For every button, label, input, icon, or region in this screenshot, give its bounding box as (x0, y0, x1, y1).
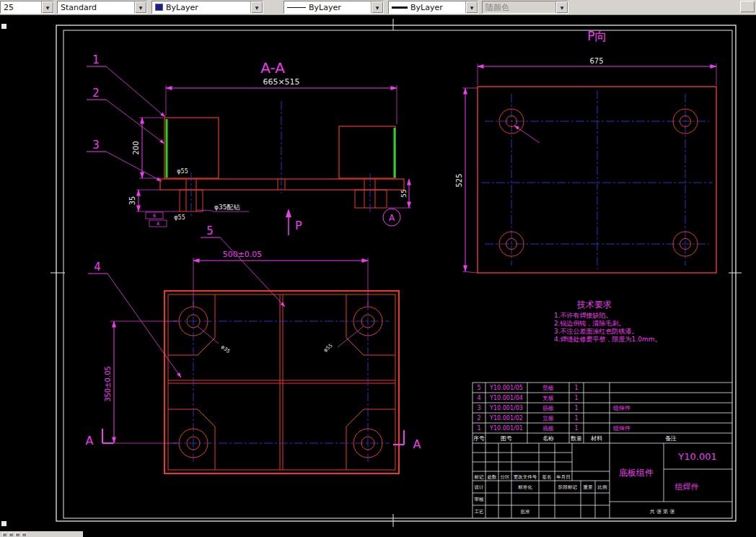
section-title: A-A (260, 59, 285, 77)
bom-name: 筋板 (542, 405, 554, 411)
dia-lower: φ55 (174, 214, 185, 221)
balloon-1: 1 (92, 53, 100, 66)
bom-header: 序号 图号 名称 数量 材料 备注 (473, 435, 677, 442)
bom-header-material: 材料 (590, 435, 602, 442)
tb-standardize-label: 标准化 (517, 484, 532, 490)
bom-row: 5 Y10.001/05 垫板 1 (477, 385, 578, 391)
title-block: 标记 处数 分区 更改文件号 签名 年月日 设计 标准化 审核 工艺 批准 阶段… (472, 443, 732, 518)
p-view-title: P向 (587, 29, 607, 43)
tb-category: 组焊件 (675, 482, 699, 492)
balloon-2: 2 (92, 87, 100, 100)
color-swatch (155, 4, 163, 11)
tb-rev-sign: 签名 (542, 474, 552, 480)
tb-rev-zone: 分区 (501, 474, 511, 480)
bom-row: 1 Y10.001/01 底板 1 组焊件 (477, 425, 630, 432)
status-icon (22, 533, 26, 536)
status-icon (15, 533, 19, 536)
balloon-5: 5 (206, 224, 214, 237)
plan-view: φ35 φ55 500±0.05 350±0.05 4 5 A A (86, 224, 421, 473)
tb-process-label: 工艺 (475, 509, 485, 515)
tb-approve-label: 批准 (521, 509, 531, 515)
dim-top: 665×515 (263, 77, 299, 87)
weld-note-a: 6 (153, 213, 156, 219)
plan-dim-width: 500±0.05 (223, 250, 263, 259)
lineweight-value: ByLayer (408, 3, 465, 12)
section-mark-left: A (86, 434, 94, 448)
chevron-down-icon[interactable]: ▼ (134, 1, 146, 13)
bom-name: 支板 (542, 395, 554, 401)
bom-row: 3 Y10.001/03 筋板 1 组焊件 (477, 405, 630, 411)
bom-row: 2 Y10.001/02 立板 1 (477, 415, 578, 422)
bom-row: 4 Y10.001/04 支板 1 (477, 395, 578, 401)
chevron-down-icon[interactable]: ▼ (465, 1, 478, 13)
dia-upper: φ55 (177, 168, 188, 175)
detail-mark: A (389, 213, 395, 223)
bom-no: 1 (477, 425, 480, 432)
bom-code: Y10.001/01 (489, 425, 523, 432)
plotstyle-combo: 随颜色 ▼ (482, 1, 568, 14)
hole-callout-left: φ35 (220, 344, 232, 354)
color-value: ByLayer (163, 3, 250, 12)
color-combo[interactable]: ByLayer ▼ (151, 1, 263, 14)
p-arrow-label: P (295, 219, 302, 232)
balloon-3: 3 (92, 139, 100, 152)
bom-note: 组焊件 (612, 405, 630, 411)
tb-weight-label: 重量 (584, 484, 594, 490)
chevron-down-icon: ▼ (555, 1, 568, 13)
plotstyle-value: 随颜色 (483, 2, 555, 13)
balloon-4: 4 (94, 261, 101, 274)
tb-drawing-no: Y10.001 (677, 451, 716, 462)
status-icon (9, 533, 13, 536)
dim-right: 55 (400, 189, 408, 197)
bom-qty: 1 (574, 385, 578, 391)
bom-no: 5 (477, 385, 480, 391)
dim-bottom: 35 (128, 196, 136, 206)
bom-code: Y10.001/03 (489, 405, 523, 411)
chevron-down-icon[interactable]: ▼ (371, 1, 383, 13)
toolbar-button[interactable] (740, 1, 755, 12)
layer-combo[interactable]: 25 ▼ (0, 1, 54, 14)
frame-mark (1, 24, 6, 29)
tb-part-name: 底板组件 (619, 468, 654, 478)
chevron-down-icon[interactable]: ▼ (41, 1, 53, 13)
tb-sheets: 共 张 第 张 (650, 509, 675, 515)
tech-requirements: 技术要求 1.不许有焊接缺陷。 2.锐边倒钝，清除毛刺。 3.不注公差面涂红色防… (554, 300, 661, 343)
drawing-canvas[interactable]: A-A 665×515 1 2 3 (0, 0, 756, 537)
text-style-combo[interactable]: Standard ▼ (57, 1, 147, 14)
linetype-combo[interactable]: ByLayer ▼ (284, 1, 384, 14)
chevron-down-icon[interactable]: ▼ (250, 1, 263, 13)
p-dim-height: 525 (455, 173, 463, 187)
bom-no: 2 (477, 415, 480, 422)
taskbar-fragment (0, 531, 83, 537)
tech-req-title: 技术要求 (576, 300, 612, 310)
section-mark-right: A (413, 437, 421, 451)
status-icon (2, 533, 6, 536)
tb-design-label: 设计 (475, 484, 485, 490)
bom-code: Y10.001/05 (489, 385, 523, 391)
hole-callout-right: φ55 (322, 343, 334, 354)
frame-mark (1, 521, 6, 526)
bom-code: Y10.001/04 (489, 395, 523, 401)
tb-rev-count: 处数 (488, 474, 498, 480)
tb-rev-date: 年月日 (556, 474, 571, 480)
plan-dim-height: 350±0.05 (104, 366, 112, 402)
bom-header-name: 名称 (542, 435, 554, 442)
tb-scale-label: 比例 (598, 484, 607, 490)
lineweight-combo[interactable]: ByLayer ▼ (388, 1, 478, 14)
tech-req-line: 1.不许有焊接缺陷。 (554, 312, 612, 319)
section-view: A-A 665×515 1 2 3 (87, 53, 411, 235)
tb-rev-mark: 标记 (474, 474, 485, 480)
linetype-value: ByLayer (306, 3, 371, 12)
bom-qty: 1 (574, 425, 578, 432)
p-arrowhead (286, 209, 291, 217)
lineweight-glyph (392, 6, 408, 9)
bom-qty: 1 (574, 405, 578, 411)
bom-qty: 1 (574, 415, 578, 422)
bom-no: 4 (477, 395, 480, 401)
tech-req-line: 3.不注公差面涂红色防锈漆。 (554, 328, 638, 335)
bom-name: 垫板 (542, 385, 554, 391)
cad-window: 25 ▼ Standard ▼ ByLayer ▼ ByLayer ▼ ByLa… (0, 0, 756, 537)
tb-audit-label: 审核 (475, 497, 485, 502)
bom-qty: 1 (574, 395, 578, 401)
bom-no: 3 (477, 405, 480, 411)
